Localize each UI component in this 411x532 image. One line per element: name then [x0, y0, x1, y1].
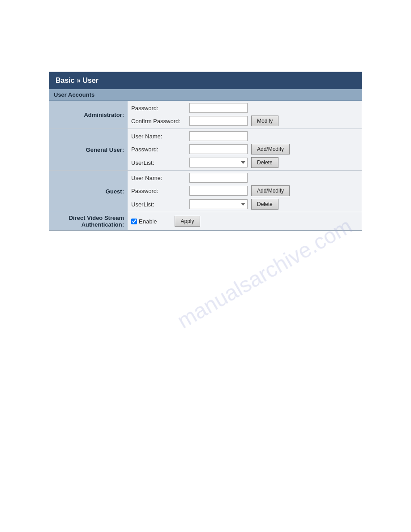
enable-label: Enable — [139, 218, 157, 225]
form-table: Administrator: Password: Confirm Passwor… — [49, 101, 362, 230]
general-password-input[interactable] — [189, 144, 248, 154]
admin-modify-button[interactable]: Modify — [251, 116, 278, 126]
guest-username-label: User Name: — [131, 175, 189, 181]
general-delete-button[interactable]: Delete — [251, 157, 278, 168]
general-userlist-label: UserList: — [131, 159, 189, 166]
general-userlist-select[interactable] — [189, 158, 248, 167]
general-user-content: User Name: Password: Add/Modify UserList… — [128, 129, 362, 171]
guest-row-group: Guest: User Name: Password: Add/Modify U… — [49, 171, 362, 212]
watermark: manualsarchive.com — [173, 214, 356, 334]
guest-username-row: User Name: — [131, 173, 358, 183]
panel-title: Basic » User — [56, 77, 98, 84]
guest-add-modify-button[interactable]: Add/Modify — [251, 185, 290, 196]
enable-checkbox-row: Enable Apply — [131, 216, 358, 227]
section-header: User Accounts — [49, 89, 362, 101]
general-user-row-group: General User: User Name: Password: Add/M… — [49, 129, 362, 171]
guest-password-label: Password: — [131, 188, 189, 194]
guest-userlist-label: UserList: — [131, 201, 189, 208]
admin-password-input[interactable] — [189, 103, 248, 113]
password-label: Password: — [131, 105, 189, 112]
general-username-input[interactable] — [189, 131, 248, 141]
guest-delete-button[interactable]: Delete — [251, 199, 278, 210]
apply-button[interactable]: Apply — [175, 216, 200, 227]
general-user-label: General User: — [49, 129, 128, 171]
administrator-row-group: Administrator: Password: Confirm Passwor… — [49, 101, 362, 129]
general-username-row: User Name: — [131, 131, 358, 141]
general-add-modify-button[interactable]: Add/Modify — [251, 144, 290, 154]
confirm-password-label: Confirm Password: — [131, 118, 189, 124]
guest-password-input[interactable] — [189, 186, 248, 196]
direct-video-stream-content: Enable Apply — [128, 212, 362, 231]
confirm-password-row: Confirm Password: Modify — [131, 116, 358, 126]
direct-video-stream-label: Direct Video Stream Authentication: — [49, 212, 128, 231]
guest-userlist-select[interactable] — [189, 199, 248, 209]
enable-checkbox[interactable] — [131, 219, 137, 224]
panel-header: Basic » User — [49, 72, 362, 89]
general-password-row: Password: Add/Modify — [131, 144, 358, 154]
password-row: Password: — [131, 103, 358, 113]
guest-content: User Name: Password: Add/Modify UserList… — [128, 171, 362, 212]
admin-confirm-password-input[interactable] — [189, 116, 248, 126]
guest-password-row: Password: Add/Modify — [131, 185, 358, 196]
guest-label: Guest: — [49, 171, 128, 212]
general-password-label: Password: — [131, 146, 189, 153]
administrator-content: Password: Confirm Password: Modify — [128, 101, 362, 129]
section-label: User Accounts — [54, 91, 94, 98]
guest-userlist-row: UserList: Delete — [131, 199, 358, 210]
main-panel: Basic » User User Accounts Administrator… — [49, 72, 362, 231]
guest-username-input[interactable] — [189, 173, 248, 183]
general-userlist-row: UserList: Delete — [131, 157, 358, 168]
general-username-label: User Name: — [131, 133, 189, 140]
direct-video-stream-row: Direct Video Stream Authentication: Enab… — [49, 212, 362, 231]
administrator-label: Administrator: — [49, 101, 128, 129]
